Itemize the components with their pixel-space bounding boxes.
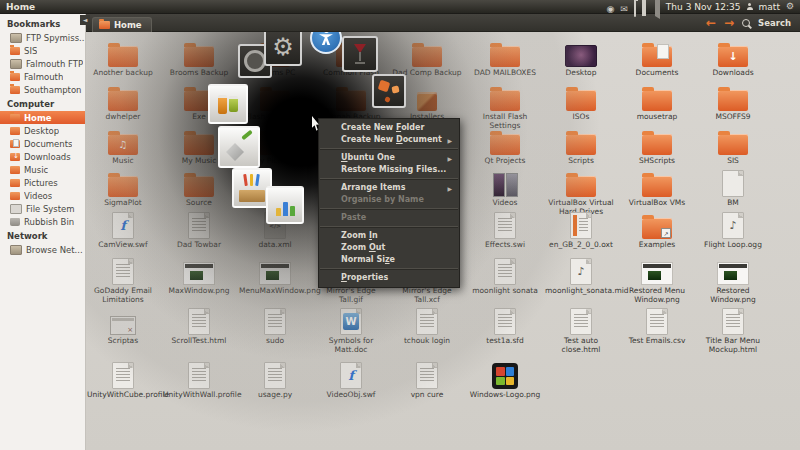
sidebar-item-sis[interactable]: SIS <box>0 44 85 57</box>
sidebar-item-rubbish-bin[interactable]: Rubbish Bin <box>0 215 85 228</box>
folder-icon <box>412 39 442 67</box>
file-title-bar-menu-mockup-html[interactable]: Title Bar Menu Mockup.html <box>696 307 770 355</box>
file-source[interactable]: Source <box>162 169 236 208</box>
menu-item-create-new-document[interactable]: Create New Document▶ <box>319 134 459 146</box>
file-symbols-for-matt-doc[interactable]: WSymbols for Matt.doc <box>314 307 388 355</box>
file-label: data.xml <box>258 241 291 250</box>
file-sudo[interactable]: sudo <box>238 307 312 346</box>
back-icon[interactable]: ← <box>706 17 716 29</box>
sidebar-item-downloads[interactable]: Downloads <box>0 150 85 163</box>
file-videos[interactable]: Videos <box>468 169 542 208</box>
file-test-auto-close-html[interactable]: Test auto close.html <box>544 307 618 355</box>
file-en-gb-2-0-0-oxt[interactable]: en_GB_2_0_0.oxt <box>544 211 618 250</box>
file-sigmaplot[interactable]: SigmaPlot <box>86 169 160 208</box>
file-brooms-backup[interactable]: Brooms Backup <box>162 39 236 78</box>
file-mousetrap[interactable]: mousetrap <box>620 83 694 122</box>
user-icon <box>747 3 753 10</box>
file-scriptas[interactable]: Scriptas <box>86 307 160 346</box>
sidebar-item-music[interactable]: Music <box>0 163 85 176</box>
search-icon[interactable] <box>742 19 750 27</box>
file-bm[interactable]: BM <box>696 169 770 208</box>
file-windows-logo-png[interactable]: Windows-Logo.png <box>468 361 542 400</box>
menu-item-arrange-items[interactable]: Arrange Items▶ <box>319 182 459 194</box>
file-menumaxwindow-png[interactable]: MenuMaxWindow.png <box>238 257 312 296</box>
breadcrumb-home-tab[interactable]: Home <box>92 17 152 32</box>
file-virtualbox-vms[interactable]: VirtualBox VMs <box>620 169 694 208</box>
file-godaddy-email-limitations[interactable]: GoDaddy Email Limitations <box>86 257 160 305</box>
menu-item-restore-missing-files[interactable]: Restore Missing Files... <box>319 164 459 176</box>
file-isos[interactable]: ISOs <box>544 83 618 122</box>
file-flight-loop-ogg[interactable]: ♪Flight Loop.ogg <box>696 211 770 250</box>
file-desktop[interactable]: Desktop <box>544 39 618 78</box>
forward-icon[interactable]: → <box>724 17 734 29</box>
file-install-flash-settings[interactable]: Install Flash Settings <box>468 83 542 131</box>
file-restored-menu-window-png[interactable]: Restored Menu Window.png <box>620 257 694 305</box>
menu-item-normal-size[interactable]: Normal Size <box>319 254 459 266</box>
mail-icon[interactable]: ✉ <box>620 0 628 16</box>
file-scrolltest-html[interactable]: ScrollTest.html <box>162 307 236 346</box>
menu-item-create-new-folder[interactable]: Create New Folder <box>319 122 459 134</box>
battery-icon[interactable] <box>634 0 636 16</box>
file-label: Mirror's Edge Tall.xcf <box>391 287 463 305</box>
file-sis[interactable]: SIS <box>696 127 770 166</box>
file-unitywithwall-profile[interactable]: UnityWithWall.profile <box>162 361 236 400</box>
sidebar-item-ftp-spymiss[interactable]: FTP Spymiss... <box>0 31 85 44</box>
text-icon <box>416 307 438 335</box>
menu-item-zoom-in[interactable]: Zoom In <box>319 230 459 242</box>
file-qt-projects[interactable]: Qt Projects <box>468 127 542 166</box>
network-icon[interactable] <box>642 0 646 16</box>
sidebar-item-desktop[interactable]: Desktop <box>0 124 85 137</box>
file-camview-swf[interactable]: fCamView.swf <box>86 211 160 250</box>
file-scripts[interactable]: Scripts <box>544 127 618 166</box>
sidebar-item-falmouth[interactable]: Falmouth <box>0 70 85 83</box>
file-another-backup[interactable]: Another backup <box>86 39 160 78</box>
sidebar-item-browse-net[interactable]: Browse Net... <box>0 243 85 256</box>
sidebar-item-pictures[interactable]: Pictures <box>0 176 85 189</box>
wine-glass-icon <box>342 36 378 72</box>
file-dad-comp-backup[interactable]: Dad Comp Backup <box>390 39 464 78</box>
sidebar-item-documents[interactable]: Documents <box>0 137 85 150</box>
file-usage-py[interactable]: usage.py <box>238 361 312 400</box>
folder-icon <box>718 127 748 155</box>
file-moonlight-sonata[interactable]: moonlight sonata <box>468 257 542 296</box>
file-tchouk-login[interactable]: tchouk login <box>390 307 464 346</box>
session-gear-icon[interactable]: ⚙ <box>786 2 794 11</box>
file-music[interactable]: ♫Music <box>86 127 160 166</box>
file-flash-gimmicks[interactable]: Flash Gimmicks <box>238 83 312 122</box>
user-menu[interactable]: matt <box>759 2 780 12</box>
sidebar-item-southampton[interactable]: Southampton <box>0 83 85 96</box>
file-test1a-sfd[interactable]: test1a.sfd <box>468 307 542 346</box>
menu-item-zoom-out[interactable]: Zoom Out <box>319 242 459 254</box>
app-menu-title[interactable]: Home <box>6 2 35 12</box>
folder-icon <box>718 83 748 111</box>
file-restored-window-png[interactable]: Restored Window.png <box>696 257 770 305</box>
file-msoffs9[interactable]: MSOFFS9 <box>696 83 770 122</box>
indicator-app-icon[interactable]: ◉ <box>606 0 614 16</box>
volume-muted-icon[interactable] <box>652 0 660 16</box>
file-examples[interactable]: ↗Examples <box>620 211 694 250</box>
sidebar-item-home[interactable]: Home <box>0 111 85 124</box>
file-test-emails-csv[interactable]: Test Emails.csv <box>620 307 694 346</box>
file-vpn-cure[interactable]: vpn cure <box>390 361 464 400</box>
sidebar-item-file-system[interactable]: File System <box>0 202 85 215</box>
sidebar-item-videos[interactable]: Videos <box>0 189 85 202</box>
sidebar-item-falmouth-ftp[interactable]: Falmouth FTP <box>0 57 85 70</box>
file-label: Title Bar Menu Mockup.html <box>697 337 769 355</box>
file-effects-swi[interactable]: Effects.swi <box>468 211 542 250</box>
file-moonlight-sonata-mid[interactable]: ♪moonlight_sonata.mid <box>544 257 618 296</box>
file-downloads[interactable]: ↓Downloads <box>696 39 770 78</box>
search-label[interactable]: Search <box>758 18 791 28</box>
sidebar-collapse-handle[interactable]: ◄ <box>80 15 90 25</box>
file-dad-towbar[interactable]: Dad Towbar <box>162 211 236 250</box>
file-unitywithcube-profile[interactable]: UnityWithCube.profile <box>86 361 160 400</box>
file-videoobj-swf[interactable]: fVideoObj.swf <box>314 361 388 400</box>
menu-item-ubuntu-one[interactable]: Ubuntu One▶ <box>319 152 459 164</box>
clock-indicator[interactable]: Thu 3 Nov 12:35 <box>666 2 741 12</box>
file-dwhelper[interactable]: dwhelper <box>86 83 160 122</box>
file-documents[interactable]: Documents <box>620 39 694 78</box>
file-shscripts[interactable]: SHScripts <box>620 127 694 166</box>
file-dad-mailboxes[interactable]: DAD MAILBOXES <box>468 39 542 78</box>
menu-item-properties[interactable]: Properties <box>319 272 459 284</box>
file-maxwindow-png[interactable]: MaxWindow.png <box>162 257 236 296</box>
file-virtualbox-virtual-hard-drives[interactable]: VirtualBox Virtual Hard Drives <box>544 169 618 217</box>
